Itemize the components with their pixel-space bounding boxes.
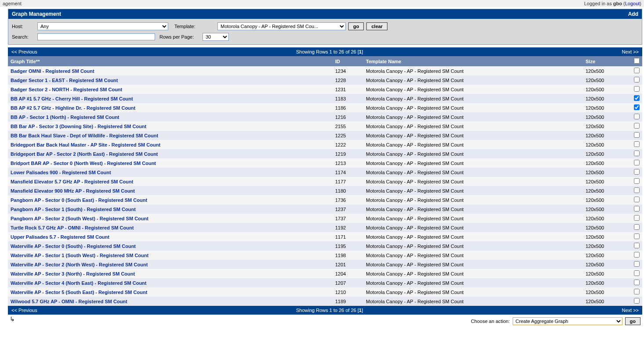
table-row: Upper Palisades 5.7 - Registered SM Coun…: [8, 232, 642, 241]
logout-link[interactable]: Logout: [625, 1, 640, 6]
row-checkbox[interactable]: [634, 187, 640, 193]
row-checkbox[interactable]: [634, 123, 640, 129]
graph-size: 120x500: [583, 204, 631, 214]
table-row: Waterville AP - Sector 0 (South) - Regis…: [8, 241, 642, 251]
table-row: Pangborn AP - Sector 2 (South West) - Re…: [8, 214, 642, 223]
next-link-bottom[interactable]: Next >>: [622, 308, 639, 313]
graph-title-link[interactable]: Waterville AP - Sector 3 (North) - Regis…: [11, 271, 135, 276]
graph-title-link[interactable]: BB AP - Sector 1 (North) - Registered SM…: [11, 115, 119, 120]
logged-in-user: gbo: [613, 1, 622, 6]
graph-title-link[interactable]: Waterville AP - Sector 4 (North East) - …: [11, 280, 146, 286]
rows-per-page-select[interactable]: 30: [203, 33, 229, 41]
add-link[interactable]: Add: [628, 11, 638, 17]
row-checkbox[interactable]: [634, 86, 640, 92]
row-checkbox[interactable]: [634, 298, 640, 304]
row-checkbox[interactable]: [634, 270, 640, 276]
row-checkbox[interactable]: [634, 160, 640, 165]
clear-button[interactable]: clear: [366, 22, 387, 30]
graph-size: 120x500: [583, 122, 631, 131]
graph-title-link[interactable]: Upper Palisades 5.7 - Registered SM Coun…: [11, 234, 109, 240]
go-button[interactable]: go: [348, 22, 364, 30]
graph-id: 1171: [333, 232, 363, 241]
row-checkbox[interactable]: [634, 151, 640, 156]
graph-title-link[interactable]: Pangborn AP - Sector 1 (South) - Registe…: [11, 207, 136, 212]
row-checkbox[interactable]: [634, 95, 640, 101]
col-header-id[interactable]: ID: [333, 56, 363, 66]
graph-size: 120x500: [583, 297, 631, 306]
graph-title-link[interactable]: BB Bar AP - Sector 3 (Downing Site) - Re…: [11, 124, 146, 129]
row-checkbox[interactable]: [634, 132, 640, 138]
table-row: Badger Sector 2 - NORTH - Registered SM …: [8, 85, 642, 94]
graph-title-link[interactable]: BB Bar Back Haul Slave - Dept of Wildlif…: [11, 133, 158, 138]
row-checkbox[interactable]: [634, 197, 640, 202]
graph-title-link[interactable]: Pangborn AP - Sector 0 (South East) - Re…: [11, 197, 147, 203]
template-select[interactable]: Motorola Canopy - AP - Registered SM Cou…: [217, 22, 346, 30]
graph-title-link[interactable]: Pangborn AP - Sector 2 (South West) - Re…: [11, 216, 148, 221]
graph-title-link[interactable]: Badger OMNI - Registered SM Count: [11, 68, 94, 74]
graph-template: Motorola Canopy - AP - Registered SM Cou…: [363, 177, 583, 186]
col-header-check: [631, 56, 642, 66]
prev-link[interactable]: << Previous: [11, 49, 37, 54]
graph-template: Motorola Canopy - AP - Registered SM Cou…: [363, 251, 583, 260]
row-checkbox[interactable]: [634, 68, 640, 73]
next-link[interactable]: Next >>: [622, 49, 639, 54]
graph-title-link[interactable]: BB AP #2 5.7 GHz - Highline Dr. - Regist…: [11, 105, 135, 111]
select-all-checkbox[interactable]: [634, 58, 640, 64]
panel-title: Graph Management: [12, 11, 61, 17]
graph-title-link[interactable]: Lower Palisades 900 - Registered SM Coun…: [11, 170, 111, 175]
graph-title-link[interactable]: Badger Sector 1 - EAST - Registered SM C…: [11, 78, 118, 83]
action-select[interactable]: Create Aggregate Graph: [513, 317, 622, 325]
graph-id: 1198: [333, 251, 363, 260]
graph-title-link[interactable]: Turtle Rock 5.7 GHz AP - OMNI - Register…: [11, 225, 134, 230]
graph-id: 1204: [333, 269, 363, 278]
row-checkbox[interactable]: [634, 169, 640, 175]
pager-top: << Previous Showing Rows 1 to 26 of 26 […: [8, 47, 642, 56]
table-row: Bridgeport Bar AP - Sector 2 (North East…: [8, 149, 642, 158]
row-checkbox[interactable]: [634, 215, 640, 221]
graph-title-link[interactable]: Mansfield Elevator 900 MHz AP - Register…: [11, 188, 135, 194]
graph-title-link[interactable]: Waterville AP - Sector 1 (South West) - …: [11, 253, 148, 258]
row-checkbox[interactable]: [634, 289, 640, 294]
graph-size: 120x500: [583, 241, 631, 251]
row-checkbox[interactable]: [634, 233, 640, 239]
graph-template: Motorola Canopy - AP - Registered SM Cou…: [363, 75, 583, 85]
graph-title-link[interactable]: Waterville AP - Sector 5 (South East) - …: [11, 290, 147, 295]
row-checkbox[interactable]: [634, 141, 640, 147]
row-checkbox[interactable]: [634, 206, 640, 212]
row-checkbox[interactable]: [634, 243, 640, 248]
graph-template: Motorola Canopy - AP - Registered SM Cou…: [363, 94, 583, 103]
graph-title-link[interactable]: Mansfield Elevator 5.7 GHz AP - Register…: [11, 179, 133, 184]
graph-template: Motorola Canopy - AP - Registered SM Cou…: [363, 112, 583, 122]
row-checkbox[interactable]: [634, 77, 640, 82]
row-checkbox[interactable]: [634, 261, 640, 267]
table-row: Waterville AP - Sector 3 (North) - Regis…: [8, 269, 642, 278]
pager-status-bottom: Showing Rows 1 to 26 of 26 [1]: [296, 308, 363, 313]
graph-title-link[interactable]: Bridport BAR AP - Sector 0 (North West) …: [11, 161, 156, 166]
row-checkbox[interactable]: [634, 280, 640, 285]
graph-size: 120x500: [583, 269, 631, 278]
search-input[interactable]: [37, 33, 155, 40]
graph-title-link[interactable]: Bridgeport Bar AP - Sector 2 (North East…: [11, 151, 158, 157]
graph-title-link[interactable]: Wilwood 5.7 GHz AP - OMNI - Registered S…: [11, 299, 127, 304]
col-header-size[interactable]: Size: [583, 56, 631, 66]
graph-title-link[interactable]: Badger Sector 2 - NORTH - Registered SM …: [11, 87, 122, 92]
graph-title-link[interactable]: BB AP #1 5.7 GHz - Cherry Hill - Registe…: [11, 96, 133, 101]
row-checkbox[interactable]: [634, 252, 640, 258]
graph-id: 1180: [333, 186, 363, 195]
graph-template: Motorola Canopy - AP - Registered SM Cou…: [363, 149, 583, 158]
graph-template: Motorola Canopy - AP - Registered SM Cou…: [363, 260, 583, 269]
row-checkbox[interactable]: [634, 178, 640, 184]
col-header-title[interactable]: Graph Title**: [8, 56, 333, 66]
col-header-template[interactable]: Template Name: [363, 56, 583, 66]
graph-title-link[interactable]: Bridegport Bar Back Haul Master - AP Sit…: [11, 142, 160, 147]
host-select[interactable]: Any: [37, 22, 168, 30]
row-checkbox[interactable]: [634, 114, 640, 119]
graph-title-link[interactable]: Waterville AP - Sector 2 (North West) - …: [11, 262, 148, 267]
row-checkbox[interactable]: [634, 224, 640, 230]
action-go-button[interactable]: go: [625, 317, 640, 325]
pager-bottom: << Previous Showing Rows 1 to 26 of 26 […: [8, 306, 642, 315]
graph-title-link[interactable]: Waterville AP - Sector 0 (South) - Regis…: [11, 244, 136, 249]
row-checkbox[interactable]: [634, 104, 640, 110]
prev-link-bottom[interactable]: << Previous: [11, 308, 37, 313]
graph-size: 120x500: [583, 232, 631, 241]
